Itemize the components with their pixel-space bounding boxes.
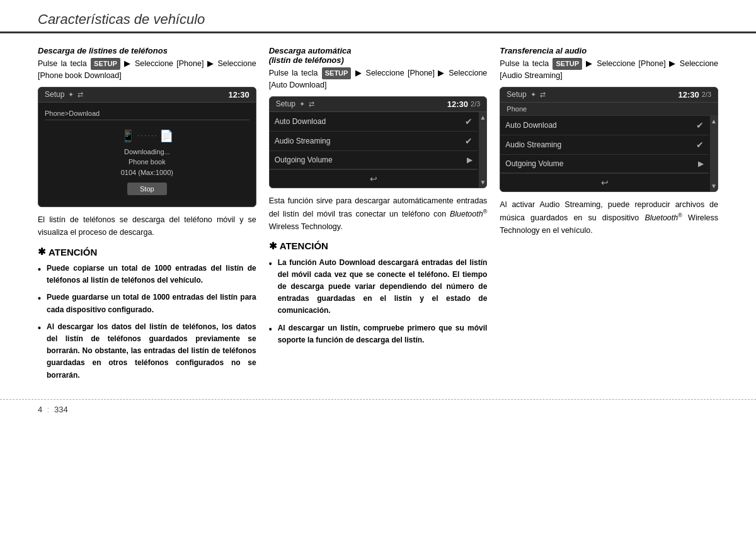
phone-icon: 📱: [121, 129, 135, 143]
setup-badge-col3: SETUP: [553, 58, 582, 70]
col3-screen-header: Setup ✦ ⇄ 12:30 2/3: [500, 88, 718, 103]
col2-list-item-2: Audio Streaming ✔: [270, 132, 478, 151]
attention-asterisk-col2: ✱: [269, 240, 277, 252]
col1-instruction: Pulse la tecla SETUP ▶ Seleccione [Phone…: [38, 58, 256, 82]
col1: Descarga de listines de teléfonos Pulse …: [38, 46, 256, 387]
page-footer: 4 : 334: [0, 399, 756, 419]
col3: Transferencia al audio Pulse la tecla SE…: [500, 46, 718, 387]
col3-arrow-3: ▶: [698, 159, 704, 168]
attention-asterisk-col1: ✱: [38, 246, 46, 257]
col2-screen-body: Auto Download ✔ Audio Streaming ✔ Outgoi…: [270, 112, 487, 188]
page-title: Características de vehículo: [38, 11, 718, 31]
col3-body-text: Al activar Audio Streaming, puede reprod…: [500, 198, 718, 237]
col2-section-title: Descarga automática (listín de teléfonos…: [269, 46, 488, 65]
col2-screen-pagenum: 2/3: [471, 100, 480, 108]
col1-attention-item-2: Puede guardarse un total de 1000 entrada…: [38, 291, 256, 315]
col2-body-text: Esta función sirve para descargar automá…: [269, 195, 488, 233]
col1-attention-title: ✱ ATENCIÓN: [38, 246, 256, 257]
col2-arrow-3: ▶: [467, 155, 472, 164]
scroll-down-col3[interactable]: ▼: [709, 181, 718, 191]
setup-badge-col1: SETUP: [91, 58, 120, 70]
bluetooth-icon-col1: ✦: [68, 91, 74, 99]
back-icon-col2[interactable]: ↩: [370, 174, 377, 184]
col3-screen-title: Setup: [507, 90, 526, 99]
col2-check-1: ✔: [465, 116, 472, 127]
col2-check-2: ✔: [465, 136, 472, 146]
sync-icon-col1: ⇄: [77, 91, 83, 99]
col1-attention-item-1: Puede copiarse un total de 1000 entradas…: [38, 263, 256, 286]
main-content: Descarga de listines de teléfonos Pulse …: [0, 33, 756, 399]
col2-screen: Setup ✦ ⇄ 12:30 2/3 Auto Download ✔ Audi…: [269, 96, 488, 188]
col2-attention-title: ✱ ATENCIÓN: [269, 240, 488, 252]
col2: Descarga automática (listín de teléfonos…: [269, 46, 488, 387]
col3-screen-time: 12:30: [678, 90, 699, 99]
page-number: 4 : 334: [38, 405, 68, 414]
col2-attention-item-2: Al descargar un listín, compruebe primer…: [269, 322, 488, 346]
col3-screen: Setup ✦ ⇄ 12:30 2/3 Phone Auto Download …: [500, 87, 718, 192]
sync-icon-col2: ⇄: [309, 100, 314, 108]
scroll-up-col2[interactable]: ▲: [478, 112, 487, 123]
col2-screen-title: Setup: [276, 99, 295, 108]
col1-screen-title: Setup: [45, 90, 64, 99]
col2-screen-header: Setup ✦ ⇄ 12:30 2/3: [270, 97, 487, 112]
col1-attention-list: Puede copiarse un total de 1000 entradas…: [38, 263, 256, 381]
book-icon: 📄: [159, 129, 173, 143]
col1-download-text: Downloading... Phone book 0104 (Max:1000…: [121, 147, 173, 178]
col1-section-title: Descarga de listines de teléfonos: [38, 46, 256, 55]
bluetooth-icon-col3: ✦: [530, 91, 536, 99]
col2-list-item-1: Auto Download ✔: [270, 112, 478, 132]
col2-scrollbar: ▲ ▼: [479, 112, 486, 188]
page-header: Características de vehículo: [0, 0, 756, 33]
col3-back-row: ↩: [500, 173, 709, 191]
col1-screen-header: Setup ✦ ⇄ 12:30: [38, 88, 256, 103]
dots-row: · · · · · ·: [137, 132, 157, 139]
col1-stop-button[interactable]: Stop: [127, 183, 167, 195]
col3-scrollbar: ▲ ▼: [710, 116, 718, 191]
col3-screen-body: Auto Download ✔ Audio Streaming ✔ Outgoi…: [500, 116, 718, 191]
col1-screen-body: Phone>Download 📱 · · · · · · 📄 Downloadi…: [38, 103, 256, 207]
col3-check-2: ✔: [696, 140, 704, 150]
col3-list-item-2: Audio Streaming ✔: [500, 135, 709, 155]
scroll-down-col2[interactable]: ▼: [478, 177, 487, 188]
col3-section-title: Transferencia al audio: [500, 46, 718, 55]
col2-instruction: Pulse la tecla SETUP ▶ Seleccione [Phone…: [269, 67, 488, 91]
setup-badge-col2: SETUP: [322, 67, 352, 79]
col1-attention-item-3: Al descargar los datos del listín de tel…: [38, 321, 256, 381]
sync-icon-col3: ⇄: [540, 91, 546, 99]
col1-screen-time: 12:30: [228, 90, 249, 99]
back-icon-col3[interactable]: ↩: [601, 178, 609, 188]
col3-list-item-3: Outgoing Volume ▶: [500, 155, 709, 173]
col3-screen-pagenum: 2/3: [702, 91, 711, 98]
col2-list: Auto Download ✔ Audio Streaming ✔ Outgoi…: [270, 112, 487, 188]
col1-breadcrumb: Phone>Download: [45, 108, 249, 120]
col1-download-screen: 📱 · · · · · · 📄 Downloading... Phone boo…: [45, 123, 249, 202]
col2-list-item-3: Outgoing Volume ▶: [270, 151, 478, 169]
col2-screen-time: 12:30: [447, 99, 468, 109]
col1-phone-icons: 📱 · · · · · · 📄: [121, 129, 173, 143]
col3-instruction: Pulse la tecla SETUP ▶ Seleccione [Phone…: [500, 58, 718, 82]
col2-attention-item-1: La función Auto Download descargará entr…: [269, 257, 488, 317]
col1-screen: Setup ✦ ⇄ 12:30 Phone>Download 📱 · · · ·…: [38, 87, 256, 208]
col3-list: Auto Download ✔ Audio Streaming ✔ Outgoi…: [500, 116, 718, 191]
col3-check-1: ✔: [696, 120, 704, 130]
col1-body-text: El listín de teléfonos se descarga del t…: [38, 213, 256, 239]
col2-attention-list: La función Auto Download descargará entr…: [269, 257, 488, 346]
bluetooth-icon-col2: ✦: [299, 100, 305, 108]
scroll-up-col3[interactable]: ▲: [709, 116, 718, 127]
col2-back-row: ↩: [270, 169, 478, 188]
col3-list-item-1: Auto Download ✔: [500, 116, 709, 135]
col3-phone-label: Phone: [500, 103, 718, 116]
